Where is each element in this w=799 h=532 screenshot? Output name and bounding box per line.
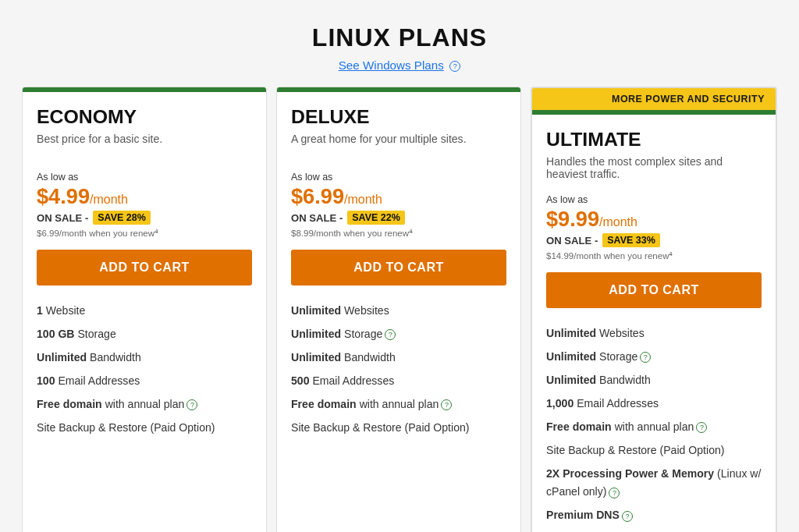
feature-item: Free domain with annual plan? (546, 416, 762, 439)
plan-card-ultimate: MORE POWER AND SECURITY ULTIMATE Handles… (531, 87, 777, 532)
feature-info-icon[interactable]: ? (186, 399, 197, 410)
price-amount-economy: $4.99/month (37, 184, 252, 209)
price-label-economy: As low as (37, 172, 252, 183)
feature-bold-text: 2X Processing Power & Memory (546, 467, 714, 480)
feature-item: Site Backup & Restore (Paid Option) (37, 417, 252, 440)
feature-bold-text: Unlimited (546, 327, 596, 339)
renew-note-ultimate: $14.99/month when you renew⁴ (546, 250, 762, 261)
renew-note-deluxe: $8.99/month when you renew⁴ (291, 228, 506, 239)
feature-item: Free domain with annual plan? (37, 393, 252, 417)
windows-plans-info-icon[interactable]: ? (449, 61, 460, 72)
plan-body-ultimate: ULTIMATE Handles the most complex sites … (532, 115, 776, 532)
price-label-ultimate: As low as (546, 194, 762, 205)
feature-bold-text: Free domain (291, 398, 357, 410)
plan-card-deluxe: DELUXE A great home for your multiple si… (276, 87, 521, 532)
sale-row-ultimate: ON SALE - SAVE 33% (546, 233, 762, 247)
feature-bold-text: Premium DNS (546, 509, 620, 521)
plans-container: ECONOMY Best price for a basic site. As … (17, 87, 782, 532)
windows-plans-link[interactable]: See Windows Plans (339, 59, 444, 72)
feature-bold-text: Unlimited (291, 351, 341, 364)
per-month-ultimate: /month (599, 215, 637, 229)
feature-bold-text: 1,000 (546, 397, 574, 410)
plan-desc-economy: Best price for a basic site. (37, 133, 252, 161)
plan-body-deluxe: DELUXE A great home for your multiple si… (277, 92, 520, 532)
sale-row-deluxe: ON SALE - SAVE 22% (291, 211, 506, 225)
feature-item: 500 Email Addresses (291, 370, 506, 393)
feature-item: 100 Email Addresses (37, 370, 252, 393)
save-badge-ultimate: SAVE 33% (602, 233, 659, 247)
feature-item: Premium DNS? (546, 504, 762, 527)
price-label-deluxe: As low as (291, 172, 506, 183)
plan-badge-ultimate: MORE POWER AND SECURITY (532, 88, 776, 110)
feature-bold-text: Free domain (37, 398, 102, 410)
feature-item: 1,000 Email Addresses (546, 392, 762, 416)
feature-item: Site Backup & Restore (Paid Option) (291, 417, 506, 440)
sale-row-economy: ON SALE - SAVE 28% (37, 211, 252, 225)
feature-info-icon[interactable]: ? (622, 511, 633, 522)
price-amount-ultimate: $9.99/month (546, 207, 762, 232)
feature-item: Free domain with annual plan? (291, 393, 506, 417)
per-month-economy: /month (90, 193, 128, 206)
feature-bold-text: 100 GB (37, 328, 75, 340)
features-list-economy: 1 Website100 GB StorageUnlimited Bandwid… (37, 300, 252, 440)
add-to-cart-button-economy[interactable]: ADD TO CART (37, 250, 252, 286)
feature-info-icon[interactable]: ? (609, 488, 620, 498)
feature-item: 1 Website (37, 300, 252, 323)
feature-item: Unlimited Bandwidth (291, 346, 506, 370)
feature-bold-text: Unlimited (546, 374, 596, 386)
save-badge-economy: SAVE 28% (93, 211, 150, 225)
feature-bold-text: 100 (37, 374, 55, 387)
plan-desc-deluxe: A great home for your multiple sites. (291, 133, 506, 161)
add-to-cart-button-ultimate[interactable]: ADD TO CART (546, 272, 762, 308)
feature-item: Unlimited Storage? (546, 346, 762, 369)
features-list-ultimate: Unlimited WebsitesUnlimited Storage?Unli… (546, 322, 762, 532)
plan-name-deluxe: DELUXE (291, 106, 506, 128)
feature-info-icon[interactable]: ? (640, 352, 651, 363)
feature-info-icon[interactable]: ? (385, 329, 396, 340)
on-sale-text-economy: ON SALE - (37, 212, 88, 224)
add-to-cart-button-deluxe[interactable]: ADD TO CART (291, 250, 506, 286)
feature-bold-text: Unlimited (291, 304, 341, 317)
feature-bold-text: Unlimited (546, 350, 596, 363)
save-badge-deluxe: SAVE 22% (347, 211, 404, 225)
feature-bold-text: Unlimited (291, 328, 341, 340)
plan-name-economy: ECONOMY (37, 106, 252, 128)
on-sale-text-deluxe: ON SALE - (291, 212, 343, 224)
renew-note-economy: $6.99/month when you renew⁴ (37, 228, 252, 239)
feature-item: Unlimited Websites (546, 322, 762, 346)
feature-item: Unlimited Bandwidth (546, 369, 762, 392)
feature-bold-text: 1 (37, 304, 43, 317)
price-amount-deluxe: $6.99/month (291, 184, 506, 209)
feature-bold-text: 500 (291, 374, 310, 387)
feature-item: Site Backup & Restore (Paid Option) (546, 439, 762, 463)
page-title: LINUX PLANS (16, 23, 783, 52)
plan-body-economy: ECONOMY Best price for a basic site. As … (23, 92, 266, 532)
feature-bold-text: Free domain (546, 420, 612, 433)
plan-desc-ultimate: Handles the most complex sites and heavi… (546, 155, 762, 183)
plan-card-economy: ECONOMY Best price for a basic site. As … (22, 87, 267, 532)
feature-item: 100 GB Storage (37, 323, 252, 346)
feature-item: 1-year SSL certificate to secure custome… (546, 527, 762, 532)
plan-name-ultimate: ULTIMATE (546, 129, 762, 151)
windows-plans-link-row: See Windows Plans ? (16, 59, 783, 73)
feature-item: Unlimited Storage? (291, 323, 506, 346)
feature-item: Unlimited Websites (291, 300, 506, 323)
feature-item: 2X Processing Power & Memory (Linux w/ c… (546, 463, 762, 505)
on-sale-text-ultimate: ON SALE - (546, 235, 598, 246)
feature-info-icon[interactable]: ? (696, 422, 707, 433)
per-month-deluxe: /month (344, 193, 382, 206)
features-list-deluxe: Unlimited WebsitesUnlimited Storage?Unli… (291, 300, 506, 440)
feature-info-icon[interactable]: ? (441, 399, 452, 410)
feature-bold-text: Unlimited (37, 351, 87, 364)
feature-item: Unlimited Bandwidth (37, 346, 252, 370)
